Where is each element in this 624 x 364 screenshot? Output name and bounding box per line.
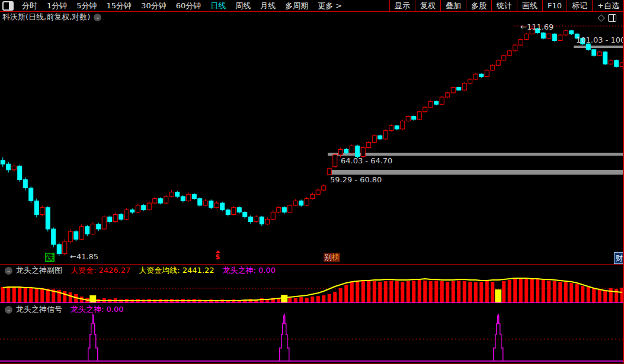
- candle-body: [175, 192, 180, 197]
- aux-bar: [356, 281, 359, 302]
- toolbar-button[interactable]: 统计: [491, 0, 517, 11]
- candle-body: [79, 227, 84, 239]
- candle-body: [23, 180, 27, 188]
- price-range-band: [574, 46, 624, 48]
- candle-body: [164, 197, 168, 203]
- toolbar-button[interactable]: +自选: [592, 0, 624, 11]
- period-tab[interactable]: 5分钟: [72, 1, 101, 11]
- candle-body: [485, 70, 489, 77]
- candle-body: [40, 208, 44, 215]
- aux-bar: [395, 281, 399, 302]
- aux-bar: [69, 292, 72, 302]
- toolbar-button[interactable]: 复权: [415, 0, 440, 11]
- candle-body: [74, 231, 78, 239]
- aux-bar: [463, 281, 466, 302]
- period-tab[interactable]: 月线: [255, 1, 280, 11]
- period-tab[interactable]: 60分钟: [171, 1, 206, 11]
- candle-body: [519, 40, 523, 46]
- toolbar-button[interactable]: 多股: [466, 0, 491, 11]
- aux-bar: [339, 288, 343, 302]
- aux-bar: [288, 298, 292, 302]
- candle-body: [192, 194, 196, 198]
- candle-body: [586, 44, 590, 50]
- candle-body: [609, 60, 613, 64]
- aux-bar: [524, 278, 528, 302]
- candle-body: [305, 199, 309, 205]
- candle-body: [209, 201, 213, 207]
- candle-body: [462, 83, 466, 90]
- candle-body: [344, 149, 348, 153]
- period-tab[interactable]: 多周期: [280, 1, 313, 11]
- aux-bar: [452, 281, 455, 302]
- candle-body: [34, 201, 39, 214]
- aux-panel-header: ⌄ 龙头之神副图 大资金: 2426.27大资金均线: 2441.22龙头之神:…: [1, 265, 284, 276]
- price-range-band: [328, 170, 624, 175]
- candle-body: [243, 212, 247, 217]
- layout-split-icon[interactable]: [2, 1, 14, 11]
- candle-body: [378, 136, 382, 139]
- signal-spike: [494, 314, 503, 361]
- aux-highlight-bar: [281, 295, 287, 302]
- aux-bar: [299, 297, 303, 302]
- candle-body: [513, 45, 517, 51]
- aux-bar: [407, 281, 410, 302]
- chevron-down-icon[interactable]: ⌄: [5, 306, 12, 314]
- chevron-down-icon[interactable]: ⌄: [5, 267, 12, 275]
- candle-body: [68, 231, 72, 241]
- candle-body: [147, 203, 151, 210]
- candle-body: [91, 224, 95, 234]
- period-tab[interactable]: 日线: [206, 1, 231, 11]
- period-tab[interactable]: 1分钟: [42, 1, 72, 11]
- toolbar-button[interactable]: 标记: [567, 0, 592, 11]
- period-tab[interactable]: 更多 >: [313, 1, 347, 11]
- aux-panel-title: 龙头之神副图: [16, 265, 62, 276]
- period-tab[interactable]: 周线: [231, 1, 255, 11]
- period-tab[interactable]: 分时: [17, 1, 42, 11]
- aux-bar: [598, 289, 601, 302]
- price-range-label-top: 101.03 - 100.0: [576, 36, 624, 44]
- diamond-icon[interactable]: [597, 14, 605, 22]
- candle-body: [479, 74, 484, 76]
- toolbar-button[interactable]: 显示: [389, 0, 415, 11]
- panel-layout-icon[interactable]: [608, 14, 616, 22]
- aux-bar: [440, 281, 444, 302]
- toolbar-button[interactable]: 画线: [517, 0, 542, 11]
- candle-body: [547, 34, 551, 38]
- aux-bar: [429, 281, 433, 302]
- period-tab[interactable]: 15分钟: [102, 1, 137, 11]
- chevron-down-icon[interactable]: ⌄: [94, 14, 101, 21]
- period-tab[interactable]: 30分钟: [136, 1, 171, 11]
- toolbar-button[interactable]: F10: [542, 0, 567, 11]
- candle-body: [187, 194, 191, 201]
- aux-bar: [40, 288, 44, 302]
- candle-body: [558, 35, 562, 40]
- candle-body: [451, 88, 455, 93]
- candle-body: [333, 155, 337, 167]
- candle-body: [564, 31, 568, 35]
- aux-highlight-bar: [495, 289, 501, 302]
- signal-spike: [88, 314, 98, 361]
- candle-body: [119, 214, 123, 219]
- candle-body: [316, 190, 320, 194]
- candle-body: [603, 52, 607, 64]
- aux-bar: [547, 281, 551, 302]
- candle-body: [423, 107, 427, 112]
- main-candlestick-chart[interactable]: [0, 22, 624, 264]
- candle-body: [383, 131, 388, 139]
- toolbar-button[interactable]: 叠加: [440, 0, 466, 11]
- aux-bar: [373, 281, 376, 302]
- aux-bar: [542, 280, 545, 302]
- rank-list-badge[interactable]: 别 榜: [324, 253, 340, 262]
- period-menu: 分时1分钟5分钟15分钟30分钟60分钟日线周线月线多周期更多 >: [17, 0, 347, 11]
- candle-body: [440, 97, 444, 104]
- candle-body: [215, 203, 219, 208]
- aux-bar: [361, 280, 365, 302]
- price-range-band: [328, 153, 624, 156]
- aux-bar: [479, 282, 483, 302]
- candle-body: [260, 217, 264, 224]
- aux-bar: [581, 286, 584, 302]
- candle-body: [446, 93, 450, 97]
- candle-body: [108, 217, 112, 221]
- aux-bar: [384, 281, 388, 302]
- dividend-marker[interactable]: $: [215, 253, 220, 260]
